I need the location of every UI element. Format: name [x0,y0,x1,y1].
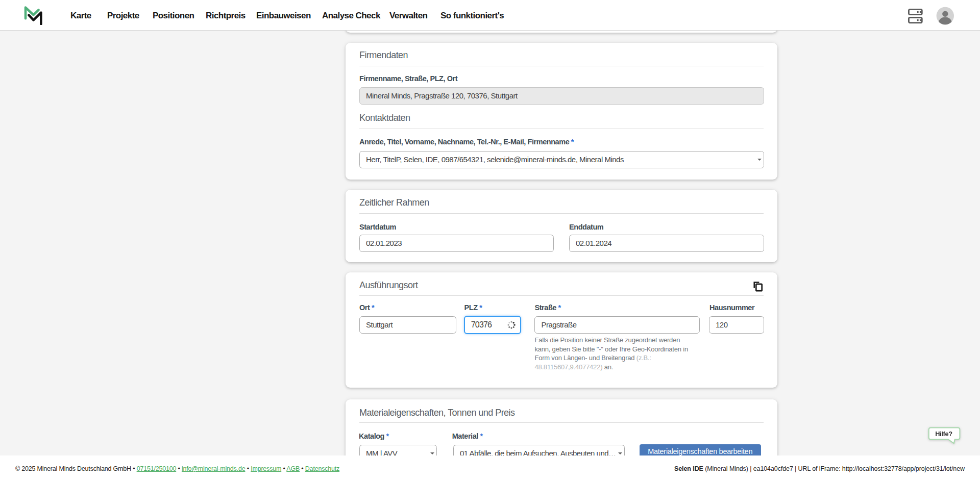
svg-text:Hilfe?: Hilfe? [935,430,952,438]
